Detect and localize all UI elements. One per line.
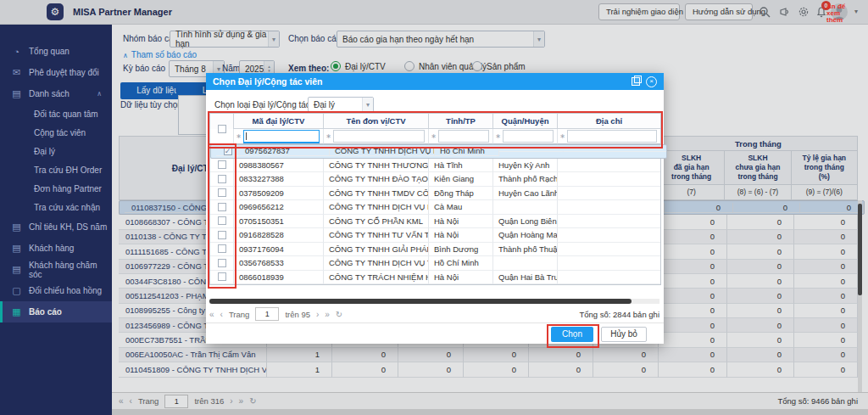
modal-filter-row: ∗ ∗ ∗ ∗ ∗ bbox=[210, 129, 660, 144]
checkbox-icon[interactable] bbox=[218, 272, 226, 281]
address-filter-input[interactable] bbox=[567, 130, 657, 143]
page-of: trên 95 bbox=[285, 310, 310, 319]
row-district: Thành phố Thuận An bbox=[493, 243, 558, 257]
row-code: 0975627837 bbox=[240, 146, 330, 156]
agent-type-value: Đại lý bbox=[314, 100, 335, 109]
row-district: Thành phố Rạch Giá bbox=[493, 172, 558, 187]
modal-row-10[interactable]: 0866018939CÔNG TY TRÁCH NHIỆM HỮU HA...H… bbox=[210, 271, 660, 285]
row-address bbox=[564, 151, 666, 152]
app-root: ⚙ MISA Partner Manager Trải nghiệm giao … bbox=[0, 0, 868, 415]
row-district: Quận Long Biên bbox=[493, 215, 558, 229]
close-icon[interactable]: × bbox=[646, 76, 657, 87]
modal-row-6[interactable]: 0705150351CÔNG TY CỔ PHẦN KMLHà NộiQuận … bbox=[210, 215, 660, 229]
province-filter-input[interactable] bbox=[438, 130, 489, 143]
modal-row-0[interactable]: ✓0975627837CÔNG TY TNHH DỊCH VỤ KẾ TOÁN.… bbox=[210, 144, 667, 159]
first-page-icon[interactable]: « bbox=[209, 310, 214, 319]
modal-header[interactable]: Chọn Đại lý/Cộng tác viên × bbox=[206, 73, 664, 90]
name-filter-input[interactable] bbox=[333, 130, 425, 143]
row-province: Hà Nội bbox=[429, 215, 493, 229]
page-input[interactable]: 1 bbox=[255, 307, 279, 321]
checkbox-icon[interactable] bbox=[218, 188, 226, 197]
row-checkbox-cell bbox=[210, 172, 234, 187]
restore-window-icon[interactable] bbox=[632, 77, 640, 86]
row-district: Quận Hoàng Mai bbox=[493, 228, 558, 243]
row-checkbox-cell bbox=[210, 271, 234, 285]
select-agent-modal: Chọn Đại lý/Cộng tác viên × Chọn loại Đạ… bbox=[206, 73, 664, 344]
row-checkbox-cell bbox=[210, 228, 234, 243]
filter-operator-icon[interactable]: ∗ bbox=[558, 132, 567, 140]
total-records: Tổng số: 2844 bản ghi bbox=[579, 310, 659, 319]
row-name: CÔNG TY TNHH DỊCH VỤ TƯ VẤN ... bbox=[324, 256, 429, 271]
district-filter-input[interactable] bbox=[503, 130, 554, 143]
checkbox-icon[interactable] bbox=[218, 259, 226, 267]
row-code: 0866018939 bbox=[234, 271, 324, 285]
filter-operator-icon[interactable]: ∗ bbox=[324, 132, 333, 140]
row-name: CÔNG TY TNHH GIẢI PHÁP HỢP N... bbox=[324, 243, 429, 257]
row-name: CÔNG TY TRÁCH NHIỆM HỮU HA... bbox=[324, 271, 429, 285]
row-code: 0969656212 bbox=[234, 200, 324, 215]
modal-row-2[interactable]: 0988380567CÔNG TY TNHH THƯƠNG MẠI DỊC...… bbox=[210, 159, 660, 173]
row-checkbox-cell bbox=[210, 187, 234, 201]
checkbox-icon[interactable] bbox=[218, 231, 226, 239]
filter-operator-icon[interactable]: ∗ bbox=[234, 132, 243, 140]
checkbox-icon[interactable] bbox=[218, 216, 226, 225]
modal-row-4[interactable]: 0378509209CÔNG TY TNHH TMDV CÔNG NGH...Đ… bbox=[210, 187, 660, 201]
row-district: Quận Hai Bà Trưng bbox=[493, 271, 558, 285]
row-address bbox=[558, 200, 660, 215]
modal-row-8[interactable]: 0937176094CÔNG TY TNHH GIẢI PHÁP HỢP N..… bbox=[210, 243, 660, 257]
row-checkbox-cell bbox=[210, 215, 234, 229]
row-province: Cà Mau bbox=[429, 200, 493, 215]
row-address bbox=[558, 187, 660, 201]
filter-operator-icon[interactable]: ∗ bbox=[493, 132, 503, 140]
row-province: Kiên Giang bbox=[429, 172, 493, 187]
horizontal-scrollbar[interactable] bbox=[209, 299, 659, 304]
prev-page-icon[interactable]: ‹ bbox=[220, 310, 223, 319]
text-caret bbox=[246, 132, 247, 140]
col-header-code[interactable]: Mã đại lý/CTV bbox=[234, 114, 324, 129]
modal-row-7[interactable]: 0916828528CÔNG TY TNHH TƯ VẤN TASHà NộiQ… bbox=[210, 228, 660, 243]
checkbox-icon[interactable] bbox=[218, 203, 226, 211]
refresh-icon[interactable]: ↻ bbox=[336, 310, 342, 319]
modal-row-3[interactable]: 0833227388CÔNG TY TNHH ĐÀO TẠO VÀ TƯ V..… bbox=[210, 172, 660, 187]
scrollbar-thumb[interactable] bbox=[209, 299, 632, 304]
code-filter-input[interactable] bbox=[243, 130, 320, 143]
modal-table-header: Mã đại lý/CTV Tên đơn vị/CTV Tỉnh/TP Quậ… bbox=[210, 114, 660, 129]
row-address bbox=[558, 228, 660, 243]
annotation-avatar-note: Ẩn để xem thêm bbox=[826, 3, 857, 24]
next-page-icon[interactable]: › bbox=[316, 310, 319, 319]
col-header-district[interactable]: Quận/Huyện bbox=[493, 114, 558, 129]
row-name: CÔNG TY TNHH THƯƠNG MẠI DỊC... bbox=[324, 159, 429, 173]
checkbox-icon[interactable] bbox=[218, 244, 226, 253]
filter-operator-icon[interactable]: ∗ bbox=[429, 132, 438, 140]
col-header-name[interactable]: Tên đơn vị/CTV bbox=[324, 114, 429, 129]
row-checkbox-cell bbox=[210, 256, 234, 271]
checkbox-icon[interactable] bbox=[218, 175, 226, 183]
select-button[interactable]: Chọn bbox=[551, 327, 593, 342]
row-checkbox-cell: ✓ bbox=[216, 147, 240, 156]
last-page-icon[interactable]: » bbox=[325, 310, 330, 319]
checkbox-checked-icon[interactable]: ✓ bbox=[224, 147, 232, 155]
row-name: CÔNG TY CỔ PHẦN KML bbox=[324, 215, 429, 229]
col-header-province[interactable]: Tỉnh/TP bbox=[429, 114, 493, 129]
row-code: 0356768533 bbox=[234, 256, 324, 271]
row-checkbox-cell bbox=[210, 243, 234, 257]
row-province: Hà Nội bbox=[429, 228, 493, 243]
row-district bbox=[493, 256, 558, 271]
modal-row-5[interactable]: 0969656212CÔNG TY TNHH DỊCH VỤ KẾ TOÁN..… bbox=[210, 200, 660, 215]
modal-rows: ✓0975627837CÔNG TY TNHH DỊCH VỤ KẾ TOÁN.… bbox=[210, 144, 660, 284]
modal-pagination: « ‹ Trang 1 trên 95 › » ↻ Tổng số: 2844 … bbox=[209, 306, 659, 322]
checkbox-icon[interactable] bbox=[218, 160, 226, 169]
row-address bbox=[558, 256, 660, 271]
row-province: Hà Nội bbox=[429, 271, 493, 285]
row-name: CÔNG TY TNHH ĐÀO TẠO VÀ TƯ V... bbox=[324, 172, 429, 187]
modal-row-9[interactable]: 0356768533CÔNG TY TNHH DỊCH VỤ TƯ VẤN ..… bbox=[210, 256, 660, 271]
row-district: Huyện Cao Lãnh bbox=[493, 187, 558, 201]
col-header-address[interactable]: Địa chỉ bbox=[558, 114, 660, 129]
select-all-checkbox[interactable] bbox=[218, 125, 226, 133]
row-checkbox-cell bbox=[210, 200, 234, 215]
cancel-button[interactable]: Hủy bỏ bbox=[601, 327, 647, 342]
agent-type-select[interactable]: Đại lý ▾ bbox=[308, 97, 374, 112]
row-province: Hồ Chí Minh bbox=[435, 146, 499, 156]
chevron-down-icon: ▾ bbox=[362, 98, 373, 111]
row-code: 0378509209 bbox=[234, 187, 324, 201]
